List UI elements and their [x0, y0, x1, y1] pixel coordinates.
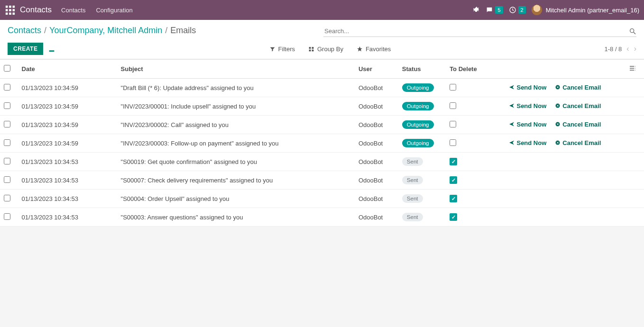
row-checkbox[interactable]	[4, 84, 10, 91]
avatar[interactable]	[532, 5, 542, 15]
table-row[interactable]: 01/13/2023 10:34:59"INV/2023/00001: Incl…	[0, 97, 644, 116]
cell-subject: "S00003: Answer questions" assigned to y…	[117, 208, 355, 227]
svg-rect-4	[9, 9, 11, 11]
favorites-button[interactable]: Favorites	[357, 45, 391, 53]
col-options	[609, 60, 644, 79]
pager-prev[interactable]: ‹	[626, 45, 629, 53]
col-subject[interactable]: Subject	[117, 60, 355, 79]
messages-icon[interactable]: 5	[486, 6, 503, 14]
breadcrumb-contacts[interactable]: Contacts	[8, 26, 41, 36]
table-row[interactable]: 01/13/2023 10:34:59"Draft Bill (* 6): Up…	[0, 79, 644, 97]
send-now-button[interactable]: Send Now	[509, 84, 546, 91]
col-user[interactable]: User	[355, 60, 398, 79]
activities-icon[interactable]: 2	[509, 6, 526, 14]
cell-user: OdooBot	[355, 116, 398, 134]
to-delete-checked[interactable]	[450, 213, 457, 221]
col-date[interactable]: Date	[18, 60, 117, 79]
create-button[interactable]: CREATE	[8, 43, 43, 55]
cell-trailing	[609, 116, 644, 134]
to-delete-checkbox[interactable]	[450, 121, 456, 127]
breadcrumb-current: Emails	[170, 26, 196, 36]
groupby-button[interactable]: Group By	[308, 45, 343, 53]
select-all-checkbox[interactable]	[4, 65, 10, 72]
table-header-row: Date Subject User Status To Delete	[0, 60, 644, 79]
cell-actions: Send NowCancel Email	[505, 97, 609, 116]
status-badge: Outgoing	[402, 120, 434, 129]
to-delete-checkbox[interactable]	[450, 102, 456, 109]
cell-trailing	[609, 134, 644, 153]
table-row[interactable]: 01/13/2023 10:34:53"S00007: Check delive…	[0, 171, 644, 190]
cell-user: OdooBot	[355, 134, 398, 153]
row-checkbox[interactable]	[4, 213, 10, 220]
table-row[interactable]: 01/13/2023 10:34:59"INV/2023/00002: Call…	[0, 116, 644, 134]
nav-link-configuration[interactable]: Configuration	[96, 7, 132, 14]
row-checkbox[interactable]	[4, 176, 10, 183]
cancel-email-button[interactable]: Cancel Email	[555, 102, 601, 109]
table-row[interactable]: 01/13/2023 10:34:59"INV/2023/00003: Foll…	[0, 134, 644, 153]
cell-date: 01/13/2023 10:34:59	[18, 134, 117, 153]
cell-user: OdooBot	[355, 208, 398, 227]
cell-user: OdooBot	[355, 79, 398, 97]
to-delete-checked[interactable]	[450, 195, 457, 202]
status-badge: Outgoing	[402, 102, 434, 110]
options-icon[interactable]	[629, 64, 636, 72]
empty-area	[0, 227, 644, 327]
svg-rect-15	[312, 49, 314, 51]
cancel-email-button[interactable]: Cancel Email	[555, 84, 601, 91]
cell-trailing	[609, 171, 644, 190]
col-status[interactable]: Status	[398, 60, 446, 79]
to-delete-checked[interactable]	[450, 176, 457, 184]
filters-button[interactable]: Filters	[269, 45, 295, 53]
row-checkbox[interactable]	[4, 139, 10, 146]
send-now-button[interactable]: Send Now	[509, 102, 546, 109]
app-brand[interactable]: Contacts	[20, 5, 52, 15]
send-now-button[interactable]: Send Now	[509, 121, 546, 128]
cell-subject: "INV/2023/00002: Call" assigned to you	[117, 116, 355, 134]
cell-status: Sent	[398, 208, 446, 227]
search-icon[interactable]	[629, 27, 636, 35]
pager: 1-8 / 8 ‹ ›	[604, 45, 636, 53]
row-checkbox[interactable]	[4, 158, 10, 164]
cell-actions	[505, 190, 609, 208]
groupby-label: Group By	[317, 45, 343, 53]
cell-date: 01/13/2023 10:34:59	[18, 97, 117, 116]
apps-icon[interactable]	[5, 5, 15, 15]
status-badge: Sent	[402, 176, 423, 184]
cell-trailing	[609, 208, 644, 227]
to-delete-checkbox[interactable]	[450, 139, 456, 146]
breadcrumb: Contacts / YourCompany, Mitchell Admin /…	[8, 26, 196, 36]
user-menu[interactable]: Mitchell Admin (partner_email_16)	[546, 7, 639, 14]
table-row[interactable]: 01/13/2023 10:34:53"S00003: Answer quest…	[0, 208, 644, 227]
nav-link-contacts[interactable]: Contacts	[61, 7, 85, 14]
import-button[interactable]	[48, 45, 55, 53]
send-now-button[interactable]: Send Now	[509, 139, 546, 146]
cancel-email-button[interactable]: Cancel Email	[555, 121, 601, 128]
pager-next[interactable]: ›	[634, 45, 636, 53]
cell-date: 01/13/2023 10:34:53	[18, 190, 117, 208]
row-checkbox[interactable]	[4, 195, 10, 201]
pager-text[interactable]: 1-8 / 8	[604, 45, 622, 53]
row-checkbox[interactable]	[4, 121, 10, 127]
cell-status: Outgoing	[398, 116, 446, 134]
table-row[interactable]: 01/13/2023 10:34:53"S00019: Get quote co…	[0, 153, 644, 171]
cell-date: 01/13/2023 10:34:53	[18, 153, 117, 171]
table-row[interactable]: 01/13/2023 10:34:53"S00004: Order Upsell…	[0, 190, 644, 208]
svg-rect-2	[13, 6, 15, 8]
cell-to-delete	[446, 171, 505, 190]
svg-rect-12	[309, 47, 311, 49]
top-navbar: Contacts Contacts Configuration 5 2 Mitc…	[0, 0, 644, 20]
debug-icon[interactable]	[472, 6, 480, 14]
col-to-delete[interactable]: To Delete	[446, 60, 505, 79]
to-delete-checkbox[interactable]	[450, 84, 456, 91]
control-panel: Contacts / YourCompany, Mitchell Admin /…	[0, 20, 644, 59]
list-view: Date Subject User Status To Delete 01/13…	[0, 59, 644, 227]
row-checkbox[interactable]	[4, 102, 10, 109]
breadcrumb-partner[interactable]: YourCompany, Mitchell Admin	[49, 26, 162, 36]
status-badge: Outgoing	[402, 139, 434, 147]
to-delete-checked[interactable]	[450, 158, 457, 165]
emails-table: Date Subject User Status To Delete 01/13…	[0, 60, 644, 227]
cell-status: Outgoing	[398, 79, 446, 97]
cell-to-delete	[446, 79, 505, 97]
search-input[interactable]	[323, 26, 629, 36]
cancel-email-button[interactable]: Cancel Email	[555, 139, 601, 146]
